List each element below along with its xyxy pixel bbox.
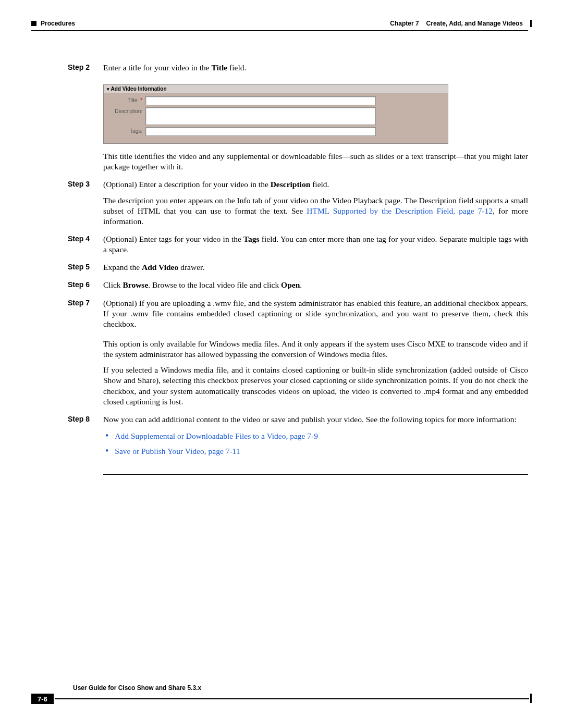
step-8-links: Add Supplemental or Downloadable Files t… bbox=[105, 430, 528, 458]
header-rule bbox=[31, 30, 528, 31]
figure-title-label: Title:* bbox=[108, 96, 145, 103]
header-chapter-num: Chapter 7 bbox=[390, 20, 419, 27]
header-bar-icon bbox=[530, 20, 532, 27]
figure-title-input bbox=[145, 96, 376, 105]
step-7-p3: If you selected a Windows media file, an… bbox=[103, 365, 528, 407]
step-label: Step 4 bbox=[31, 234, 103, 260]
figure-description-input bbox=[145, 107, 376, 125]
figure-tags-label: Tags: bbox=[108, 127, 145, 134]
step-5-text: Expand the Add Video drawer. bbox=[103, 262, 528, 273]
step-3-detail: The description you enter appears on the… bbox=[103, 195, 528, 227]
footer-rule bbox=[55, 698, 529, 704]
step-8: Step 8 Now you can add additional conten… bbox=[31, 414, 528, 461]
step-label: Step 5 bbox=[31, 262, 103, 278]
step-7: Step 7 (Optional) If you are uploading a… bbox=[31, 298, 528, 412]
step-label: Step 3 bbox=[31, 179, 103, 232]
step-8-p1: Now you can add additional content to th… bbox=[103, 414, 528, 425]
header-chapter-title: Create, Add, and Manage Videos bbox=[426, 20, 523, 27]
step-label: Step 7 bbox=[31, 298, 103, 412]
step-3-text: (Optional) Enter a description for your … bbox=[103, 179, 528, 190]
add-video-info-figure: Add Video Information Title:* Descriptio… bbox=[103, 84, 448, 144]
step-2-after: This title identifies the video and any … bbox=[31, 151, 528, 177]
figure-header: Add Video Information bbox=[104, 85, 448, 93]
step-2-text: Enter a title for your video in the Titl… bbox=[103, 63, 528, 73]
html-supported-link[interactable]: HTML Supported by the Description Field,… bbox=[307, 206, 493, 215]
step-2-after-text: This title identifies the video and any … bbox=[103, 151, 528, 172]
step-3: Step 3 (Optional) Enter a description fo… bbox=[31, 179, 528, 232]
running-header: Procedures Chapter 7 Create, Add, and Ma… bbox=[31, 20, 532, 27]
step-6-text: Click Browse. Browse to the local video … bbox=[103, 280, 528, 290]
footer: User Guide for Cisco Show and Share 5.3.… bbox=[31, 684, 532, 704]
figure-tags-input bbox=[145, 127, 376, 136]
step-2: Step 2 Enter a title for your video in t… bbox=[31, 63, 528, 78]
add-supplemental-link[interactable]: Add Supplemental or Downloadable Files t… bbox=[115, 431, 318, 440]
page-number: 7-6 bbox=[31, 694, 54, 704]
step-4: Step 4 (Optional) Enter tags for your vi… bbox=[31, 234, 528, 260]
step-4-text: (Optional) Enter tags for your video in … bbox=[103, 234, 528, 255]
figure-description-label: Description: bbox=[108, 107, 145, 114]
content: Step 2 Enter a title for your video in t… bbox=[31, 63, 528, 475]
step-6: Step 6 Click Browse. Browse to the local… bbox=[31, 280, 528, 295]
step-label: Step 8 bbox=[31, 414, 103, 461]
step-label: Step 2 bbox=[31, 63, 103, 78]
save-publish-link[interactable]: Save or Publish Your Video, page 7-11 bbox=[115, 447, 240, 455]
header-section: Procedures bbox=[41, 20, 75, 27]
step-7-p2: This option is only available for Window… bbox=[103, 339, 528, 360]
header-square-icon bbox=[31, 21, 36, 26]
footer-guide-title: User Guide for Cisco Show and Share 5.3.… bbox=[73, 684, 532, 692]
step-label: Step 6 bbox=[31, 280, 103, 295]
step-5: Step 5 Expand the Add Video drawer. bbox=[31, 262, 528, 278]
footer-end-icon bbox=[530, 694, 532, 703]
step-7-p1: (Optional) If you are uploading a .wmv f… bbox=[103, 298, 528, 329]
section-end-rule bbox=[103, 474, 528, 475]
